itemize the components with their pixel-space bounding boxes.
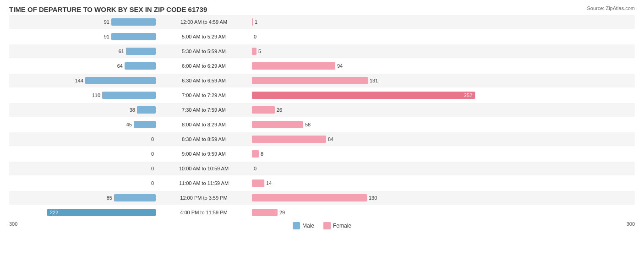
right-section: 252 [252,88,635,102]
female-bar [252,209,278,216]
right-section: 26 [252,103,635,117]
female-value: 84 [328,136,333,142]
legend-male-box [293,222,300,229]
female-value-zero: 0 [254,166,257,171]
right-section: 14 [252,176,635,190]
female-value: 26 [277,107,282,113]
male-bar [111,33,156,40]
legend: Male Female [293,222,351,229]
bar-row: 91 5:00 AM to 5:29 AM 0 [9,30,635,44]
legend-male-label: Male [302,223,314,229]
male-value: 110 [92,92,100,98]
bar-row: 110 7:00 AM to 7:29 AM 252 [9,88,635,102]
bar-row: 38 7:30 AM to 7:59 AM 26 [9,103,635,117]
female-bar: 252 [252,92,475,99]
chart-title: TIME OF DEPARTURE TO WORK BY SEX IN ZIP … [9,5,635,13]
left-section: 0 [9,147,156,161]
male-value-inside: 222 [50,210,58,215]
female-value: 14 [266,180,272,186]
female-bar [252,121,303,128]
source-text: Source: ZipAtlas.com [587,5,635,11]
bar-row: 0 11:00 AM to 11:59 AM 14 [9,176,635,190]
female-value: 58 [305,122,311,127]
right-section: 131 [252,74,635,87]
time-label: 7:00 AM to 7:29 AM [156,92,252,98]
right-section: 8 [252,147,635,161]
male-value: 45 [126,122,132,127]
bar-row: 64 6:00 AM to 6:29 AM 94 [9,59,635,73]
male-bar: 222 [47,209,156,216]
female-bar [252,62,335,70]
male-value-zero: 0 [151,166,154,171]
right-section: 0 [252,30,635,44]
right-section: 1 [252,15,635,29]
male-value-zero: 0 [151,180,154,186]
female-value: 29 [279,210,285,215]
female-bar [252,48,257,55]
legend-female-box [323,222,331,229]
time-label: 12:00 PM to 3:59 PM [156,195,252,201]
axis-right-label: 300 [627,221,635,229]
female-value: 94 [337,63,343,69]
legend-female: Female [323,222,351,229]
legend-female-label: Female [333,223,351,229]
left-section: 222 [9,206,156,219]
time-label: 9:00 AM to 9:59 AM [156,151,252,157]
female-bar [252,18,253,26]
left-section: 64 [9,59,156,73]
female-value: 1 [255,19,257,25]
male-value: 85 [107,195,112,201]
female-value: 130 [369,195,377,201]
time-label: 8:30 AM to 8:59 AM [156,136,252,142]
female-value-inside: 252 [464,92,472,98]
female-bar [252,194,367,201]
female-value: 8 [261,151,263,157]
bar-row: 222 4:00 PM to 11:59 PM 29 [9,206,635,219]
male-value: 91 [104,34,109,39]
left-section: 45 [9,118,156,131]
right-section: 84 [252,132,635,146]
time-label: 11:00 AM to 11:59 AM [156,180,252,186]
male-bar [137,106,156,114]
bar-row: 144 6:30 AM to 6:59 AM 131 [9,74,635,87]
male-value: 91 [104,19,109,25]
left-section: 38 [9,103,156,117]
female-value-zero: 0 [254,34,257,39]
left-section: 91 [9,15,156,29]
left-section: 61 [9,44,156,58]
male-value: 144 [75,78,83,83]
chart-container: TIME OF DEPARTURE TO WORK BY SEX IN ZIP … [0,0,644,272]
time-label: 6:30 AM to 6:59 AM [156,78,252,83]
right-section: 58 [252,118,635,131]
right-section: 94 [252,59,635,73]
male-value-zero: 0 [151,136,154,142]
male-bar [102,92,156,99]
right-section: 0 [252,162,635,175]
bar-row: 0 8:30 AM to 8:59 AM 84 [9,132,635,146]
female-bar [252,180,264,187]
male-bar [114,194,156,201]
time-label: 10:00 AM to 10:59 AM [156,166,252,171]
female-bar [252,106,275,114]
bar-row: 85 12:00 PM to 3:59 PM 130 [9,191,635,205]
left-section: 0 [9,162,156,175]
legend-male: Male [293,222,314,229]
bar-row: 61 5:30 AM to 5:59 AM 5 [9,44,635,58]
male-value-zero: 0 [151,151,154,157]
bar-row: 0 9:00 AM to 9:59 AM 8 [9,147,635,161]
right-section: 130 [252,191,635,205]
male-bar [111,18,156,26]
right-section: 5 [252,44,635,58]
male-value: 61 [119,49,124,54]
male-value: 64 [117,63,123,69]
left-section: 0 [9,176,156,190]
time-label: 5:00 AM to 5:29 AM [156,34,252,39]
time-label: 4:00 PM to 11:59 PM [156,210,252,215]
left-section: 110 [9,88,156,102]
male-bar [85,77,156,84]
female-bar [252,77,368,84]
bar-row: 0 10:00 AM to 10:59 AM 0 [9,162,635,175]
left-section: 91 [9,30,156,44]
time-label: 8:00 AM to 8:29 AM [156,122,252,127]
time-label: 12:00 AM to 4:59 AM [156,19,252,25]
